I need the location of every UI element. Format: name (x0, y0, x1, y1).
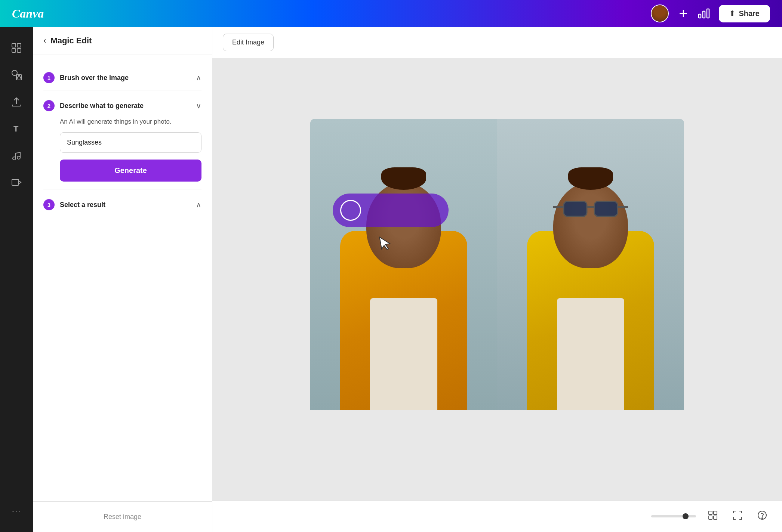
svg-rect-5 (12, 43, 16, 47)
canvas-area[interactable] (212, 58, 782, 500)
step-2-number: 2 (43, 100, 55, 111)
result-image-container (497, 119, 684, 440)
zoom-control (651, 515, 696, 517)
man-beard-left (381, 167, 426, 190)
svg-point-12 (13, 157, 16, 160)
canva-logo[interactable]: Canva (12, 7, 44, 21)
man-shirt-right (557, 298, 624, 410)
sidebar-item-upload[interactable] (4, 90, 28, 114)
bottom-toolbar (212, 500, 782, 532)
svg-rect-24 (709, 516, 712, 519)
step-2-chevron-down-icon: ∨ (196, 101, 201, 110)
header: Canva ⬆ Share (0, 0, 782, 27)
zoom-slider-thumb (683, 513, 689, 519)
panel-content: 1 Brush over the image ∧ 2 Describe what… (33, 55, 212, 501)
step-3-chevron-up-icon: ∧ (196, 200, 201, 209)
svg-rect-22 (709, 511, 712, 514)
svg-rect-6 (17, 43, 21, 47)
svg-rect-3 (703, 11, 705, 18)
reset-image-button[interactable]: Reset image (43, 509, 201, 525)
step-2-label: Describe what to generate (60, 102, 144, 110)
analytics-icon[interactable] (698, 7, 710, 19)
step-3-label: Select a result (60, 201, 105, 209)
share-label: Share (739, 9, 760, 18)
main-area: Edit Image (212, 27, 782, 532)
result-photo (497, 119, 684, 410)
svg-rect-14 (12, 179, 19, 185)
generate-text-input[interactable] (60, 132, 201, 153)
step-3-header[interactable]: 3 Select a result ∧ (43, 192, 201, 217)
sunglasses-container (553, 200, 628, 223)
help-button[interactable] (754, 507, 770, 525)
grid-view-button[interactable] (705, 507, 721, 525)
generate-button[interactable]: Generate (60, 160, 201, 182)
step-1-number: 1 (43, 72, 55, 83)
edit-image-button[interactable]: Edit Image (223, 34, 274, 51)
brush-circle (340, 200, 361, 221)
add-icon[interactable] (678, 8, 689, 19)
left-sidebar: T ··· (0, 27, 33, 532)
svg-rect-4 (707, 9, 709, 18)
svg-rect-23 (714, 511, 717, 514)
zoom-slider[interactable] (651, 515, 696, 517)
svg-marker-15 (19, 181, 21, 184)
step-1-left: 1 Brush over the image (43, 72, 129, 83)
svg-rect-7 (12, 49, 16, 52)
share-button[interactable]: ⬆ Share (719, 5, 770, 22)
sidebar-item-text[interactable]: T (4, 117, 28, 140)
header-left: Canva (12, 7, 44, 21)
image-pair (310, 119, 684, 440)
panel-footer: Reset image (33, 501, 212, 532)
share-upload-icon: ⬆ (729, 9, 735, 18)
original-image-container (310, 119, 497, 440)
sidebar-item-shapes[interactable] (4, 63, 28, 87)
panel: ‹ Magic Edit 1 Brush over the image ∧ 2 … (33, 27, 212, 532)
step-2-header[interactable]: 2 Describe what to generate ∨ (43, 93, 201, 118)
sidebar-item-more[interactable]: ··· (4, 499, 28, 523)
brush-overlay (333, 194, 449, 227)
sidebar-item-video[interactable] (4, 170, 28, 194)
panel-title: Magic Edit (50, 36, 92, 46)
svg-rect-25 (714, 516, 717, 519)
svg-rect-8 (17, 49, 21, 52)
svg-point-27 (762, 518, 763, 519)
step-2: 2 Describe what to generate ∨ An AI will… (43, 93, 201, 189)
step-1-label: Brush over the image (60, 74, 129, 82)
step-3-left: 3 Select a result (43, 199, 105, 210)
svg-point-13 (17, 156, 20, 159)
avatar-image (652, 5, 668, 22)
back-button[interactable]: ‹ (43, 36, 46, 46)
step-1: 1 Brush over the image ∧ (43, 65, 201, 90)
header-right: ⬆ Share (651, 4, 770, 22)
svg-text:T: T (13, 124, 19, 133)
sidebar-item-grid[interactable] (4, 36, 28, 60)
step-2-left: 2 Describe what to generate (43, 100, 144, 111)
man-beard-right (568, 167, 613, 190)
step-1-header[interactable]: 1 Brush over the image ∧ (43, 65, 201, 90)
sunglasses-svg (553, 200, 628, 222)
step-2-description: An AI will generate things in your photo… (60, 118, 201, 126)
man-head-right (553, 182, 628, 268)
original-photo (310, 119, 497, 410)
panel-header: ‹ Magic Edit (33, 27, 212, 55)
step-3: 3 Select a result ∧ (43, 192, 201, 217)
svg-rect-2 (699, 14, 701, 18)
sidebar-item-music[interactable] (4, 143, 28, 167)
step-1-chevron-up-icon: ∧ (196, 73, 201, 82)
avatar[interactable] (651, 4, 669, 22)
step-2-body: An AI will generate things in your photo… (43, 118, 201, 189)
fullscreen-button[interactable] (730, 507, 745, 525)
svg-rect-20 (594, 201, 618, 216)
man-shirt-left (370, 298, 437, 410)
edit-image-bar: Edit Image (212, 27, 782, 58)
step-3-number: 3 (43, 199, 55, 210)
svg-rect-18 (564, 201, 587, 216)
